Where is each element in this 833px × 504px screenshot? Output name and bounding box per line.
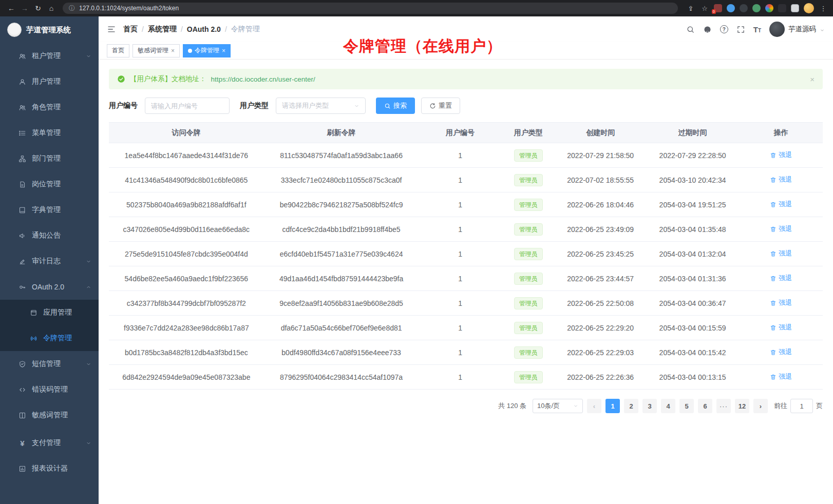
page-button[interactable]: 4: [661, 399, 675, 413]
help-icon[interactable]: ?: [720, 25, 728, 33]
breadcrumb-oauth[interactable]: OAuth 2.0: [187, 25, 221, 33]
browser-back-icon[interactable]: ←: [5, 2, 17, 14]
sidebar-item-post[interactable]: 岗位管理: [0, 171, 99, 197]
font-size-icon[interactable]: TT: [753, 26, 761, 33]
prev-page-button[interactable]: ‹: [587, 399, 601, 413]
trash-icon: [770, 275, 777, 282]
reset-button[interactable]: 重置: [421, 98, 460, 114]
breadcrumb-system[interactable]: 系统管理: [148, 25, 177, 34]
sidebar-item-menu[interactable]: 菜单管理: [0, 120, 99, 146]
table-row: b0d1785bc3a8482f812db4a3f3bd15ec b0df498…: [109, 340, 823, 365]
breadcrumb: 首页 / 系统管理 / OAuth 2.0 / 令牌管理: [123, 25, 260, 34]
site-info-icon[interactable]: ⓘ: [69, 4, 75, 13]
user-id-input[interactable]: [145, 98, 230, 114]
expire-time-cell: 2054-03-10 20:42:34: [646, 168, 740, 192]
user-id-cell: 1: [419, 242, 501, 266]
sidebar-item-oauth-token[interactable]: 令牌管理: [0, 325, 99, 351]
user-type-cell: 管理员: [502, 340, 555, 365]
force-logout-button[interactable]: 强退: [770, 200, 792, 209]
force-logout-button[interactable]: 强退: [770, 323, 792, 332]
sidebar-item-label: 敏感词管理: [32, 411, 91, 420]
bookmark-star-icon[interactable]: ☆: [700, 4, 709, 13]
sidebar-item-role[interactable]: 角色管理: [0, 94, 99, 120]
search-button[interactable]: 搜索: [376, 98, 415, 114]
split-view-icon[interactable]: [791, 4, 799, 12]
force-logout-button[interactable]: 强退: [770, 274, 792, 283]
extension-green-icon[interactable]: [752, 4, 761, 12]
sidebar-item-tenant[interactable]: 租户管理: [0, 43, 99, 69]
col-actions: 操作: [740, 123, 823, 143]
sidebar-item-notice[interactable]: 通知公告: [0, 223, 99, 248]
sidebar-item-sensitive-word[interactable]: 敏感词管理: [0, 402, 99, 428]
extension-red-icon[interactable]: 0: [714, 4, 722, 12]
trash-icon: [770, 300, 777, 306]
force-logout-button[interactable]: 强退: [770, 298, 792, 307]
fullscreen-icon[interactable]: [736, 25, 745, 34]
share-icon[interactable]: ⇪: [686, 4, 695, 13]
force-logout-button[interactable]: 强退: [770, 224, 792, 234]
close-icon[interactable]: ×: [222, 48, 225, 54]
tab-sensitive-word[interactable]: 敏感词管理×: [132, 44, 180, 57]
page-button[interactable]: 3: [642, 399, 657, 413]
force-logout-button[interactable]: 强退: [770, 150, 792, 160]
address-bar[interactable]: ⓘ 127.0.0.1:1024/system/oauth2/token: [63, 3, 678, 14]
access-token-cell: c342377bf8b344799dcbf7bf095287f2: [109, 291, 264, 316]
doc-link[interactable]: https://doc.iocoder.cn/user-center/: [211, 75, 315, 83]
force-logout-label: 强退: [779, 249, 792, 258]
user-type-badge: 管理员: [514, 297, 543, 309]
sidebar-item-label: 用户管理: [32, 77, 91, 86]
app-shell: 芋道管理系统 租户管理 用户管理 角色管理 菜单管理 部: [0, 16, 833, 504]
page-button[interactable]: 12: [735, 399, 749, 413]
sidebar-item-oauth[interactable]: OAuth 2.0: [0, 274, 99, 300]
sidebar-item-dept[interactable]: 部门管理: [0, 146, 99, 171]
table-row: c347026e805e4d99b0d116eae66eda8c cdfc4ce…: [109, 217, 823, 242]
sidebar-item-error-code[interactable]: 错误码管理: [0, 377, 99, 402]
close-icon[interactable]: ×: [171, 48, 175, 54]
browser-extensions-area: ⇪ ☆ 0 ⋮: [686, 3, 828, 13]
github-icon[interactable]: [703, 25, 712, 34]
more-pages-button[interactable]: ···: [716, 399, 731, 413]
goto-page-input[interactable]: [790, 399, 813, 413]
close-icon[interactable]: ×: [810, 75, 815, 84]
extension-paw-icon[interactable]: [778, 4, 786, 12]
tab-token[interactable]: 令牌管理×: [183, 44, 231, 57]
force-logout-button[interactable]: 强退: [770, 175, 792, 184]
page-size-select[interactable]: 10条/页: [533, 399, 583, 413]
browser-menu-icon[interactable]: ⋮: [819, 4, 828, 13]
logo[interactable]: 芋道管理系统: [0, 16, 99, 43]
breadcrumb-home[interactable]: 首页: [123, 25, 138, 34]
sidebar-item-label: 审计日志: [32, 257, 80, 266]
tab-home[interactable]: 首页: [107, 44, 129, 57]
force-logout-button[interactable]: 强退: [770, 372, 792, 381]
sidebar-item-oauth-app[interactable]: 应用管理: [0, 300, 99, 325]
extension-multicolor-icon[interactable]: [765, 4, 773, 12]
sidebar-item-payment[interactable]: ¥ 支付管理: [0, 430, 99, 456]
browser-forward-icon[interactable]: →: [18, 2, 31, 14]
sidebar-item-dict[interactable]: 字典管理: [0, 197, 99, 223]
sidebar-toggle-icon[interactable]: [107, 25, 116, 34]
expire-time-cell: 2022-07-29 22:28:50: [646, 143, 740, 168]
user-menu[interactable]: 芋道源码: [769, 22, 825, 37]
page-button[interactable]: 5: [679, 399, 694, 413]
browser-home-icon[interactable]: ⌂: [45, 2, 58, 14]
next-page-button[interactable]: ›: [753, 399, 768, 413]
sidebar-item-report-designer[interactable]: 报表设计器: [0, 456, 99, 481]
sidebar-item-user[interactable]: 用户管理: [0, 69, 99, 94]
browser-profile-avatar[interactable]: [804, 3, 814, 13]
force-logout-button[interactable]: 强退: [770, 347, 792, 357]
browser-refresh-icon[interactable]: ↻: [32, 2, 44, 14]
search-icon[interactable]: [686, 25, 695, 34]
sidebar-item-sms[interactable]: 短信管理: [0, 351, 99, 377]
trash-icon: [770, 374, 777, 380]
sidebar-item-audit-log[interactable]: 审计日志: [0, 248, 99, 274]
user-type-select[interactable]: 请选择用户类型: [276, 98, 366, 114]
page-button[interactable]: 2: [624, 399, 638, 413]
user-type-badge: 管理员: [514, 199, 543, 211]
create-time-cell: 2022-07-29 21:58:50: [555, 143, 646, 168]
page-button[interactable]: 1: [605, 399, 620, 413]
extension-blue-icon[interactable]: [727, 4, 735, 12]
extension-dark-icon[interactable]: [740, 4, 748, 12]
page-button[interactable]: 6: [698, 399, 712, 413]
force-logout-button[interactable]: 强退: [770, 249, 792, 258]
create-time-cell: 2022-06-25 23:45:25: [555, 242, 646, 266]
